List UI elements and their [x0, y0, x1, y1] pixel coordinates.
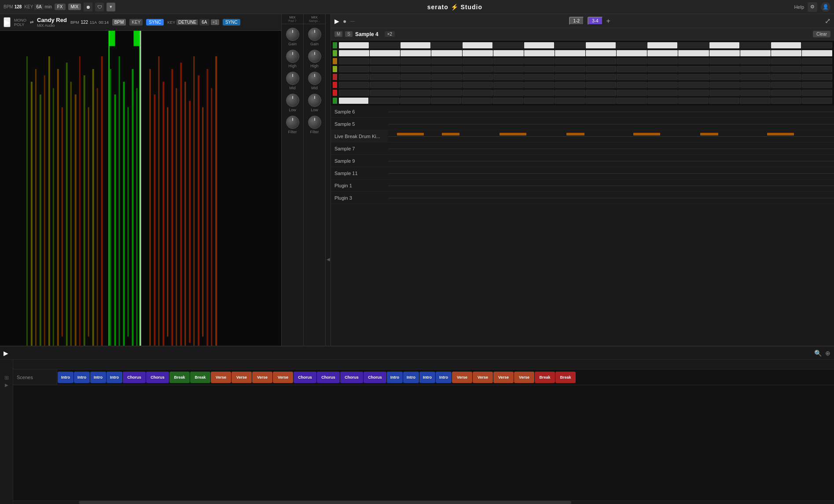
step-5-13[interactable] [709, 66, 740, 72]
step-5-5[interactable] [463, 66, 493, 72]
scene-block-intro-8[interactable]: Intro [436, 372, 452, 383]
step-3-2[interactable] [370, 82, 400, 88]
step-1-9[interactable] [585, 98, 616, 104]
step-3-11[interactable] [647, 82, 678, 88]
timeline-zoom-out-btn[interactable]: 🔍 [814, 350, 822, 357]
mix-1-2-button[interactable]: 1-2 [569, 17, 584, 25]
step-8-1[interactable] [339, 42, 369, 48]
step-1-15[interactable] [771, 98, 801, 104]
timeline-bars-icon[interactable]: ⊞ [4, 375, 9, 381]
clear-button[interactable]: Clear [813, 31, 830, 37]
step-5-11[interactable] [647, 66, 678, 72]
add-track-icon[interactable]: ⤢ [825, 17, 830, 25]
step-8-5[interactable] [463, 42, 492, 48]
step-6-8[interactable] [555, 58, 585, 64]
step-8-15[interactable] [771, 42, 801, 48]
track-row-sample6[interactable]: Sample 6 [331, 106, 834, 118]
step-5-8[interactable] [555, 66, 585, 72]
step-8-8[interactable] [555, 42, 585, 48]
step-5-10[interactable] [617, 66, 647, 72]
scene-block-chorus-5[interactable]: Chorus [340, 372, 363, 383]
scene-block-intro-4[interactable]: Intro [107, 372, 122, 383]
scene-block-chorus-6[interactable]: Chorus [364, 372, 386, 383]
scene-block-break-2[interactable]: Break [190, 372, 210, 383]
step-7-13[interactable] [709, 50, 740, 56]
step-4-7[interactable] [524, 74, 555, 80]
step-5-3[interactable] [400, 66, 431, 72]
step-1-5[interactable] [462, 98, 492, 104]
step-3-7[interactable] [524, 82, 555, 88]
step-4-11[interactable] [647, 74, 678, 80]
step-8-3[interactable] [400, 42, 430, 48]
step-1-13[interactable] [709, 98, 739, 104]
step-7-3[interactable] [400, 50, 431, 56]
step-2-6[interactable] [493, 90, 524, 96]
step-6-4[interactable] [431, 58, 462, 64]
step-6-2[interactable] [370, 58, 400, 64]
step-4-10[interactable] [617, 74, 647, 80]
timeline-scrollbar-thumb[interactable] [79, 501, 571, 504]
step-1-12[interactable] [678, 98, 709, 104]
timeline-scrollbar[interactable] [13, 500, 834, 504]
low-knob-right[interactable] [308, 94, 321, 107]
settings-icon[interactable]: ⚙ [808, 2, 817, 12]
mid-knob-left[interactable] [286, 72, 299, 85]
step-1-2[interactable] [369, 98, 399, 104]
step-1-7[interactable] [524, 98, 554, 104]
scene-block-chorus-2[interactable]: Chorus [146, 372, 169, 383]
step-6-9[interactable] [586, 58, 616, 64]
step-8-14[interactable] [740, 42, 771, 48]
step-2-16[interactable] [802, 90, 832, 96]
step-8-10[interactable] [616, 42, 647, 48]
mid-knob-right[interactable] [308, 72, 321, 85]
step-3-15[interactable] [771, 82, 801, 88]
bpm-value[interactable]: 128 [15, 4, 22, 9]
step-3-5[interactable] [463, 82, 493, 88]
step-8-2[interactable] [369, 42, 400, 48]
shield-icon[interactable]: 🛡 [95, 3, 104, 11]
step-7-5[interactable] [463, 50, 493, 56]
step-6-6[interactable] [493, 58, 524, 64]
step-7-7[interactable] [524, 50, 555, 56]
track-row-sample7[interactable]: Sample 7 [331, 142, 834, 155]
scene-block-chorus-1[interactable]: Chorus [123, 372, 146, 383]
step-1-6[interactable] [492, 98, 523, 104]
step-1-3[interactable] [400, 98, 430, 104]
step-7-12[interactable] [678, 50, 709, 56]
step-3-13[interactable] [709, 82, 740, 88]
step-7-10[interactable] [617, 50, 647, 56]
sync-button[interactable]: SYNC [146, 19, 164, 26]
step-2-4[interactable] [431, 90, 462, 96]
step-1-16[interactable] [802, 98, 832, 104]
step-7-4[interactable] [431, 50, 462, 56]
track-row-sample5[interactable]: Sample 5 [331, 118, 834, 130]
mix-button[interactable]: MIX [68, 4, 81, 10]
step-4-16[interactable] [802, 74, 832, 80]
step-6-3[interactable] [400, 58, 431, 64]
high-knob-left[interactable] [286, 50, 299, 63]
step-5-12[interactable] [678, 66, 709, 72]
step-7-9[interactable] [586, 50, 616, 56]
step-6-5[interactable] [463, 58, 493, 64]
step-2-12[interactable] [678, 90, 709, 96]
scene-block-verse-5[interactable]: Verse [452, 372, 472, 383]
step-5-1[interactable] [339, 66, 369, 72]
scene-block-verse-2[interactable]: Verse [231, 372, 252, 383]
step-4-9[interactable] [586, 74, 616, 80]
step-6-10[interactable] [617, 58, 647, 64]
play-button[interactable]: ▶ [4, 17, 11, 27]
step-1-11[interactable] [647, 98, 678, 104]
scene-block-verse-1[interactable]: Verse [211, 372, 231, 383]
track-row-live-break[interactable]: Live Break Drum Ki... [331, 130, 834, 142]
step-5-6[interactable] [493, 66, 524, 72]
step-3-4[interactable] [431, 82, 462, 88]
filter-knob-left[interactable] [286, 116, 299, 129]
user-icon[interactable]: 👤 [821, 2, 830, 12]
step-1-4[interactable] [431, 98, 461, 104]
step-2-9[interactable] [586, 90, 616, 96]
step-5-14[interactable] [740, 66, 771, 72]
track-row-sample9[interactable]: Sample 9 [331, 155, 834, 167]
scene-block-verse-8[interactable]: Verse [514, 372, 534, 383]
step-6-7[interactable] [524, 58, 555, 64]
step-2-10[interactable] [617, 90, 647, 96]
